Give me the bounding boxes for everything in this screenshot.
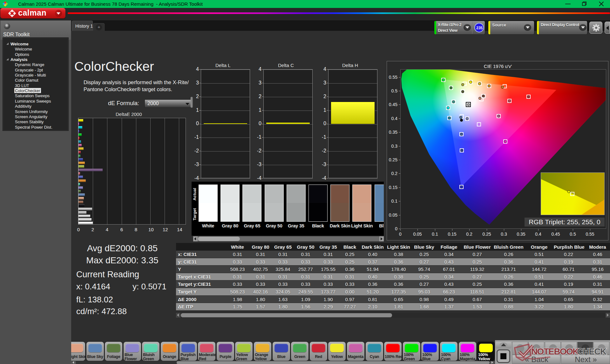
svg-text:NOTEBOOK: NOTEBOOK: [531, 347, 579, 356]
svg-text:CHECK: CHECK: [577, 347, 607, 356]
